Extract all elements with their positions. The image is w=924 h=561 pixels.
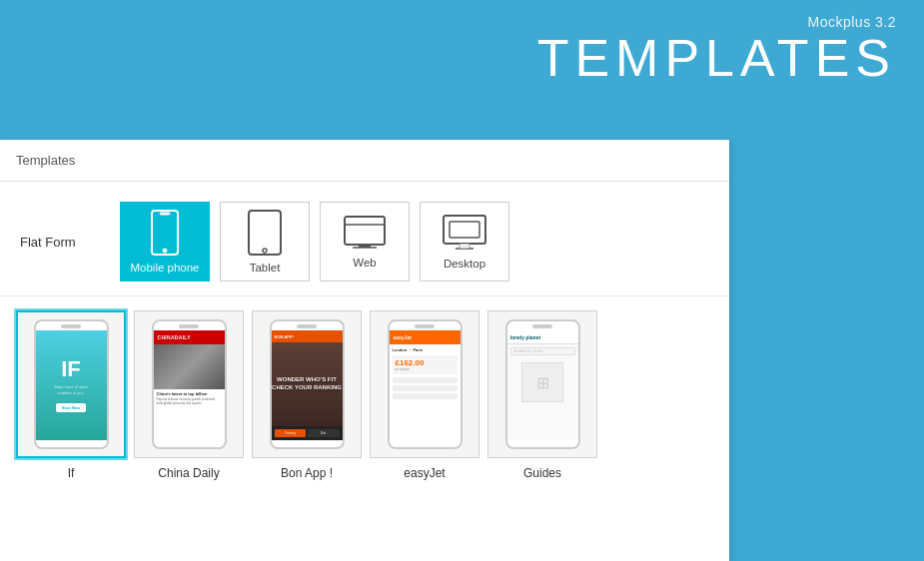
- form-type-row: Flat Form Mobile phone: [0, 182, 729, 296]
- template-easyjet[interactable]: easyJet London → Paris £162.00 per perso…: [370, 310, 479, 480]
- desktop-label: Desktop: [444, 258, 485, 270]
- device-tablet-btn[interactable]: Tablet: [220, 202, 310, 281]
- easyjet-phone-mock: easyJet London → Paris £162.00 per perso…: [388, 319, 462, 449]
- tablet-icon: [247, 210, 283, 256]
- device-web-btn[interactable]: Web: [320, 202, 410, 281]
- svg-rect-0: [152, 211, 178, 255]
- svg-rect-10: [450, 222, 479, 238]
- mobile-label: Mobile phone: [130, 262, 199, 274]
- svg-point-2: [163, 249, 167, 253]
- header-subtitle: Mockplus 3.2: [808, 14, 896, 30]
- template-guides-label: Guides: [523, 466, 561, 480]
- templates-grid: IF Save more of whatmatters to you Start…: [0, 296, 729, 494]
- template-bon-app[interactable]: BON APP! WONDER WHO'S FITCHECK YOUR RANK…: [252, 310, 362, 480]
- svg-rect-1: [160, 213, 170, 215]
- template-guides-thumb: lonely planet Available City: Guides ⊞: [487, 310, 597, 458]
- template-if-thumb: IF Save more of whatmatters to you Start…: [16, 310, 126, 458]
- header-title: TEMPLATES: [537, 32, 896, 84]
- web-label: Web: [353, 257, 376, 269]
- desktop-icon: [442, 214, 487, 252]
- bon-app-phone-mock: BON APP! WONDER WHO'S FITCHECK YOUR RANK…: [270, 319, 345, 449]
- template-bon-app-label: Bon App !: [281, 466, 333, 480]
- china-daily-phone-mock: CHINADAILY China's latest to top billion…: [152, 319, 227, 449]
- if-logo: IF: [61, 358, 81, 380]
- tablet-label: Tablet: [250, 262, 281, 274]
- web-icon: [343, 215, 387, 251]
- breadcrumb: Templates: [0, 140, 729, 182]
- svg-point-4: [263, 249, 267, 253]
- template-guides[interactable]: lonely planet Available City: Guides ⊞ G…: [487, 310, 597, 480]
- breadcrumb-text: Templates: [16, 153, 75, 168]
- mobile-phone-icon: [150, 210, 180, 256]
- template-easyjet-thumb: easyJet London → Paris £162.00 per perso…: [370, 310, 479, 458]
- svg-rect-13: [460, 244, 469, 249]
- template-china-daily-thumb: CHINADAILY China's latest to top billion…: [134, 310, 244, 458]
- template-bon-app-thumb: BON APP! WONDER WHO'S FITCHECK YOUR RANK…: [252, 310, 362, 458]
- template-china-daily-label: China Daily: [158, 466, 219, 480]
- svg-rect-5: [345, 217, 385, 245]
- device-desktop-btn[interactable]: Desktop: [420, 202, 509, 281]
- template-if-label: If: [68, 466, 75, 480]
- form-label: Flat Form: [20, 235, 100, 250]
- template-if[interactable]: IF Save more of whatmatters to you Start…: [16, 310, 126, 480]
- guides-phone-mock: lonely planet Available City: Guides ⊞: [505, 319, 580, 449]
- template-china-daily[interactable]: CHINADAILY China's latest to top billion…: [134, 310, 244, 480]
- main-panel: Templates Flat Form Mobile phone: [0, 140, 729, 561]
- template-easyjet-label: easyJet: [404, 466, 445, 480]
- header: Mockplus 3.2 TEMPLATES: [0, 0, 924, 140]
- if-phone-mock: IF Save more of whatmatters to you Start…: [34, 319, 109, 449]
- device-options: Mobile phone Tablet: [120, 202, 509, 281]
- device-mobile-btn[interactable]: Mobile phone: [120, 202, 210, 281]
